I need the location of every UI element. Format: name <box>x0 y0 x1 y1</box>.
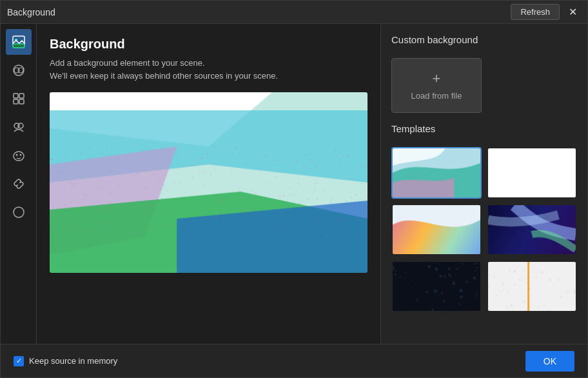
svg-point-14 <box>19 154 21 156</box>
sidebar-item-group[interactable] <box>6 114 32 140</box>
template-canvas-6 <box>488 262 576 311</box>
main-content: Background Add a background element to y… <box>1 24 587 344</box>
right-panel: Custom background + Load from file Templ… <box>381 24 587 344</box>
svg-rect-9 <box>19 99 24 104</box>
template-canvas-5 <box>393 262 480 311</box>
template-item-6[interactable] <box>487 261 577 312</box>
title-bar-right: Refresh ✕ <box>511 4 581 20</box>
load-from-file-label: Load from file <box>411 91 462 101</box>
close-button[interactable]: ✕ <box>565 5 581 19</box>
preview-canvas <box>50 92 368 273</box>
panel-description: Add a background element to your scene. … <box>50 57 368 82</box>
svg-point-15 <box>14 207 24 217</box>
template-canvas-2 <box>488 148 576 197</box>
description-line1: Add a background element to your scene. <box>50 58 205 68</box>
svg-point-11 <box>18 123 23 128</box>
svg-rect-7 <box>19 94 24 98</box>
keep-source-checkbox[interactable]: ✓ <box>14 356 24 366</box>
window-title: Background <box>7 7 55 17</box>
svg-point-12 <box>14 152 24 161</box>
title-bar: Background Refresh ✕ <box>1 1 587 24</box>
template-canvas-1 <box>393 148 480 197</box>
template-canvas-4 <box>488 205 576 254</box>
templates-grid <box>391 147 577 312</box>
svg-point-3 <box>14 65 24 75</box>
svg-point-5 <box>18 68 23 73</box>
panel-title: Background <box>50 37 368 52</box>
bottom-bar: ✓ Keep source in memory OK <box>1 344 587 377</box>
sidebar-item-image[interactable] <box>6 29 32 55</box>
sidebar <box>1 24 37 344</box>
template-item-4[interactable] <box>487 204 577 255</box>
center-panel: Background Add a background element to y… <box>37 24 381 344</box>
template-canvas-3 <box>393 205 480 254</box>
preview-image <box>50 92 368 273</box>
title-bar-left: Background <box>7 7 55 17</box>
sidebar-item-layout[interactable] <box>6 86 32 112</box>
keep-source-label: Keep source in memory <box>29 356 117 366</box>
sidebar-item-link[interactable] <box>6 171 32 197</box>
template-item-1[interactable] <box>391 147 482 199</box>
sidebar-item-filter[interactable] <box>6 57 32 83</box>
templates-title: Templates <box>391 123 577 134</box>
sidebar-item-mask[interactable] <box>6 143 32 168</box>
custom-background-title: Custom background <box>391 34 577 45</box>
load-from-file-button[interactable]: + Load from file <box>391 58 482 113</box>
svg-rect-8 <box>14 99 18 104</box>
template-item-5[interactable] <box>391 261 482 312</box>
keep-source-checkbox-container[interactable]: ✓ Keep source in memory <box>14 356 117 366</box>
description-line2: We'll even keep it always behind other s… <box>50 71 278 81</box>
svg-rect-6 <box>14 94 18 98</box>
svg-point-13 <box>15 154 17 156</box>
plus-icon: + <box>433 70 441 87</box>
checkmark-icon: ✓ <box>16 357 22 364</box>
template-item-3[interactable] <box>391 204 482 255</box>
ok-button[interactable]: OK <box>525 351 574 372</box>
refresh-button[interactable]: Refresh <box>511 4 560 20</box>
svg-rect-1 <box>13 44 24 48</box>
sidebar-item-theme[interactable] <box>6 199 32 225</box>
template-item-2[interactable] <box>487 147 577 199</box>
main-window: Background Refresh ✕ <box>0 0 588 378</box>
